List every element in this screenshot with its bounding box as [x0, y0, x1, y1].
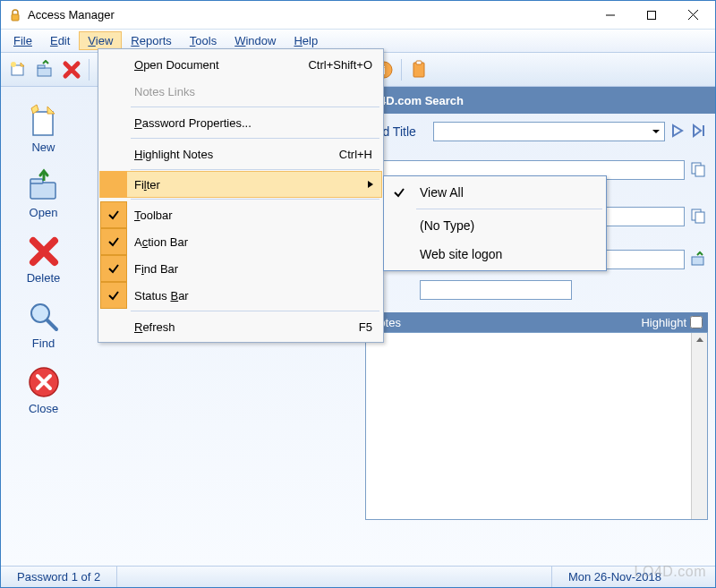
filter-view-all[interactable]: View All [386, 178, 604, 207]
menu-notes-links: Notes Links [100, 78, 381, 105]
check-icon [100, 201, 127, 228]
sidebar-delete-label: Delete [27, 271, 61, 285]
menu-separator [131, 107, 379, 107]
svg-rect-2 [648, 11, 656, 19]
magnifier-icon [26, 299, 62, 335]
toolbar-delete-icon[interactable] [60, 58, 83, 81]
svg-point-6 [11, 62, 16, 67]
menu-toggle-statusbar[interactable]: Status Bar [100, 282, 381, 309]
form-row-type: pe [365, 277, 708, 303]
menu-separator [131, 169, 379, 170]
menu-separator [131, 138, 379, 139]
svg-rect-15 [30, 179, 43, 183]
highlight-label: Highlight [641, 316, 686, 329]
svg-rect-13 [33, 112, 53, 135]
menu-toggle-findbar[interactable]: Find Bar [100, 255, 381, 282]
svg-rect-12 [416, 61, 422, 64]
find-bar: Find Title [365, 119, 708, 144]
check-icon [100, 255, 127, 282]
find-next-button[interactable] [670, 124, 686, 140]
svg-rect-14 [30, 183, 55, 199]
window-title: Access Manager [28, 8, 590, 21]
sidebar-close-label: Close [29, 402, 58, 415]
action-sidebar: New Open Delete Find Close [1, 87, 86, 566]
menu-open-document[interactable]: Open Document Ctrl+Shift+O [100, 51, 381, 78]
copy-icon[interactable] [690, 161, 708, 179]
sidebar-open-label: Open [30, 206, 58, 219]
type-input[interactable] [420, 280, 572, 300]
find-last-button[interactable] [692, 124, 708, 140]
delete-x-icon [26, 234, 62, 269]
notes-header: Notes Highlight [365, 312, 708, 332]
close-round-icon [26, 364, 62, 400]
notes-textarea[interactable] [365, 332, 708, 520]
svg-rect-8 [38, 65, 45, 68]
sidebar-new-label: New [31, 141, 55, 154]
maximize-button[interactable] [631, 3, 672, 28]
menu-highlight-notes[interactable]: Highlight Notes Ctrl+H [100, 141, 381, 167]
menu-separator [131, 199, 379, 200]
menu-toggle-actionbar[interactable]: Action Bar [100, 228, 381, 255]
status-date: Mon 26-Nov-2018 [552, 567, 715, 587]
sidebar-open[interactable]: Open [8, 165, 80, 223]
menu-tools[interactable]: Tools [181, 31, 226, 50]
menu-separator [131, 311, 379, 311]
filter-submenu: View All (No Type) Web site logon [383, 175, 607, 271]
new-document-icon [26, 103, 62, 139]
menu-file[interactable]: File [4, 31, 41, 50]
menu-toggle-toolbar[interactable]: Toolbar [100, 201, 381, 228]
minimize-button[interactable] [590, 3, 631, 28]
app-icon [8, 8, 22, 22]
open-doc-icon[interactable] [690, 251, 708, 268]
filter-no-type[interactable]: (No Type) [386, 211, 604, 240]
sidebar-close[interactable]: Close [8, 361, 80, 419]
status-middle [117, 567, 552, 587]
view-dropdown-menu: Open Document Ctrl+Shift+O Notes Links P… [98, 48, 384, 343]
title-bar: Access Manager [1, 1, 715, 30]
status-bar: Password 1 of 2 Mon 26-Nov-2018 [1, 566, 715, 587]
menu-separator [416, 209, 602, 209]
open-folder-icon [26, 168, 62, 204]
notes-scrollbar[interactable] [691, 333, 707, 519]
status-left: Password 1 of 2 [1, 567, 117, 587]
find-title-combo[interactable] [433, 122, 665, 141]
sidebar-find[interactable]: Find [8, 295, 80, 354]
svg-line-18 [47, 320, 56, 329]
check-icon [100, 228, 127, 255]
toolbar-new-icon[interactable] [6, 58, 30, 81]
menu-view[interactable]: View [79, 31, 122, 50]
menu-edit[interactable]: Edit [41, 31, 79, 50]
menu-reports[interactable]: Reports [122, 31, 181, 50]
highlight-checkbox[interactable] [690, 316, 703, 328]
menu-password-properties[interactable]: Password Properties... [100, 109, 381, 136]
sidebar-new[interactable]: New [8, 99, 80, 158]
submenu-arrow-icon [367, 178, 381, 192]
toolbar-clipboard-icon[interactable] [407, 58, 430, 81]
sidebar-delete[interactable]: Delete [8, 230, 80, 288]
menu-filter[interactable]: Filter [99, 171, 382, 198]
check-icon [386, 178, 413, 207]
toolbar-separator [89, 59, 90, 81]
svg-rect-0 [12, 14, 19, 21]
sidebar-find-label: Find [32, 337, 55, 350]
check-icon [100, 282, 127, 309]
search-header: O4D.com Search [365, 87, 715, 114]
svg-rect-7 [38, 68, 51, 76]
svg-rect-25 [692, 257, 703, 265]
copy-icon[interactable] [690, 208, 708, 226]
menu-help[interactable]: Help [285, 31, 327, 50]
toolbar-open-icon[interactable] [33, 58, 56, 81]
svg-rect-22 [695, 166, 704, 176]
menu-refresh[interactable]: Refresh F5 [100, 313, 381, 340]
menu-window[interactable]: Window [226, 31, 285, 50]
toolbar-separator [401, 59, 402, 81]
svg-rect-24 [695, 212, 704, 223]
close-window-button[interactable] [672, 3, 713, 28]
dropdown-arrow-icon [650, 124, 662, 141]
scroll-up-icon [695, 335, 705, 344]
filter-website-logon[interactable]: Web site logon [386, 240, 604, 268]
